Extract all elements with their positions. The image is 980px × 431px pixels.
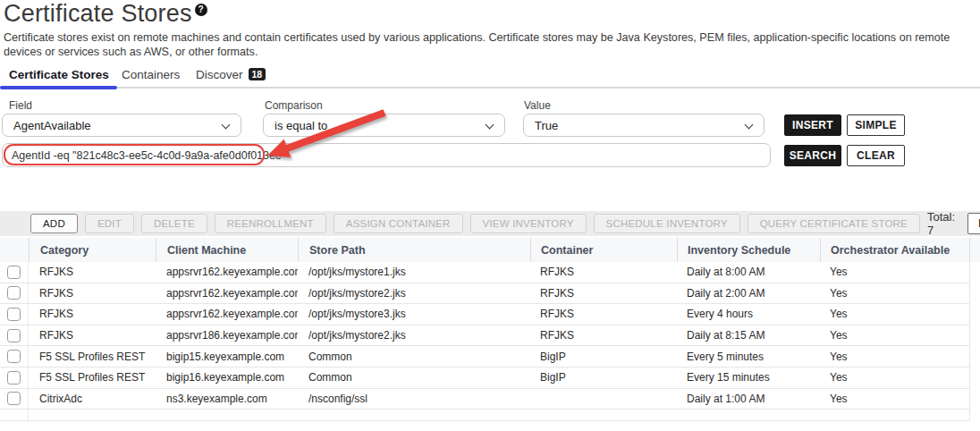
cell-category: CitrixAdc — [29, 393, 156, 405]
comparison-select[interactable]: is equal to — [263, 114, 505, 137]
checkbox-cell — [0, 346, 29, 367]
column-header-orchestrator-available[interactable]: Orchestrator Available — [820, 238, 970, 262]
cell-category: RFJKS — [29, 266, 156, 278]
column-header-inventory-schedule[interactable]: Inventory Schedule — [677, 238, 820, 262]
row-checkbox[interactable] — [7, 371, 21, 385]
checkbox-cell — [0, 410, 29, 420]
table-row[interactable]: RFJKS appsrvr162.keyexample.com /opt/jks… — [0, 283, 970, 305]
checkbox-cell — [0, 304, 29, 325]
table-row[interactable]: RFJKS appsrvr162.keyexample.com /opt/jks… — [0, 304, 970, 325]
cell-container: BigIP — [530, 351, 677, 363]
value-label: Value — [524, 99, 551, 112]
checkbox-cell — [0, 368, 29, 388]
active-tab-indicator — [0, 86, 117, 89]
cell-client-machine: appsrvr162.keyexample.com — [156, 308, 298, 320]
tab-discover[interactable]: Discover18 — [196, 68, 266, 81]
refresh-button[interactable]: REFRESH — [967, 213, 980, 234]
search-button[interactable]: SEARCH — [784, 145, 841, 166]
page-title: Certificate Stores? — [4, 0, 207, 28]
page-title-text: Certificate Stores — [4, 0, 192, 27]
empty-table-row — [0, 410, 970, 421]
cell-inventory-schedule: Daily at 8:00 AM — [677, 266, 820, 278]
column-header-client-machine[interactable]: Client Machine — [156, 238, 298, 262]
schedule-inventory-button[interactable]: SCHEDULE INVENTORY — [594, 214, 740, 233]
add-button[interactable]: ADD — [30, 214, 78, 233]
cell-category: RFJKS — [29, 287, 156, 300]
cell-inventory-schedule: Daily at 1:00 AM — [677, 393, 820, 405]
cell-store-path: /opt/jks/mystore2.jks — [298, 287, 530, 300]
cell-container: RFJKS — [530, 266, 677, 278]
table-body: RFJKS appsrvr162.keyexample.com /opt/jks… — [0, 262, 980, 421]
cell-container: BigIP — [530, 371, 677, 384]
cell-container: RFJKS — [530, 308, 677, 320]
table-row[interactable]: F5 SSL Profiles REST bigip16.keyexample.… — [0, 368, 970, 389]
total-count: Total: 7 — [927, 210, 955, 237]
cell-client-machine: appsrvr162.keyexample.com — [156, 266, 298, 278]
column-header-store-path[interactable]: Store Path — [298, 238, 530, 262]
chevron-down-icon — [745, 121, 754, 130]
column-header-category[interactable]: Category — [29, 238, 156, 262]
comparison-select-value: is equal to — [275, 119, 327, 132]
cell-client-machine: bigip16.keyexample.com — [156, 371, 298, 384]
discover-count-badge: 18 — [249, 68, 266, 80]
delete-button[interactable]: DELETE — [141, 214, 207, 233]
cell-container: RFJKS — [530, 329, 677, 342]
value-select-value: True — [535, 119, 558, 132]
cell-client-machine: appsrvr186.keyexample.com — [156, 329, 298, 342]
field-select[interactable]: AgentAvailable — [2, 114, 241, 137]
cell-orchestrator-available: Yes — [820, 368, 970, 388]
cell-store-path: /opt/jks/mystore2.jks — [298, 329, 530, 342]
view-inventory-button[interactable]: VIEW INVENTORY — [470, 214, 587, 233]
value-select[interactable]: True — [523, 114, 765, 137]
tab-discover-label: Discover — [196, 68, 243, 81]
cell-category: F5 SSL Profiles REST — [29, 371, 156, 384]
empty-cell — [29, 410, 970, 420]
cell-container: RFJKS — [530, 287, 677, 300]
page-description: Certificate stores exist on remote machi… — [4, 30, 964, 60]
cell-client-machine: bigip15.keyexample.com — [156, 351, 298, 363]
checkbox-cell — [0, 262, 29, 283]
query-certificate-store-button[interactable]: QUERY CERTIFICATE STORE — [748, 214, 920, 233]
comparison-label: Comparison — [265, 99, 323, 112]
row-checkbox[interactable] — [7, 350, 21, 363]
table-header: Category Client Machine Store Path Conta… — [0, 238, 980, 262]
edit-button[interactable]: EDIT — [85, 214, 134, 233]
simple-button[interactable]: SIMPLE — [847, 114, 905, 136]
cell-category: F5 SSL Profiles REST — [29, 351, 156, 363]
cell-orchestrator-available: Yes — [820, 389, 970, 410]
row-checkbox[interactable] — [7, 286, 21, 300]
cell-store-path: /opt/jks/mystore1.jks — [298, 266, 530, 278]
help-icon[interactable]: ? — [195, 4, 207, 16]
table-row[interactable]: RFJKS appsrvr162.keyexample.com /opt/jks… — [0, 262, 970, 283]
tab-containers[interactable]: Containers — [122, 68, 180, 81]
cell-orchestrator-available: Yes — [820, 262, 970, 283]
table-row[interactable]: RFJKS appsrvr186.keyexample.com /opt/jks… — [0, 325, 970, 347]
cell-inventory-schedule: Every 15 minutes — [677, 371, 820, 384]
cell-category: RFJKS — [29, 308, 156, 320]
field-label: Field — [9, 99, 32, 112]
row-checkbox[interactable] — [7, 392, 21, 405]
field-select-value: AgentAvailable — [13, 119, 91, 132]
cell-store-path: /opt/jks/mystore3.jks — [298, 308, 530, 320]
cell-orchestrator-available: Yes — [820, 325, 970, 346]
row-checkbox[interactable] — [7, 308, 21, 321]
clear-button[interactable]: CLEAR — [847, 145, 905, 166]
row-checkbox[interactable] — [7, 329, 21, 342]
insert-button[interactable]: INSERT — [784, 114, 841, 136]
table-row[interactable]: CitrixAdc ns3.keyexample.com /nsconfig/s… — [0, 389, 970, 410]
cell-orchestrator-available: Yes — [820, 283, 970, 304]
cell-inventory-schedule: Daily at 8:15 AM — [677, 329, 820, 342]
assign-container-button[interactable]: ASSIGN CONTAINER — [334, 214, 463, 233]
tab-certificate-stores[interactable]: Certificate Stores — [9, 68, 109, 81]
cell-store-path: Common — [298, 371, 530, 384]
row-checkbox[interactable] — [7, 266, 21, 279]
cell-category: RFJKS — [29, 329, 156, 342]
query-input[interactable] — [2, 143, 771, 167]
column-header-container[interactable]: Container — [530, 238, 677, 262]
checkbox-cell — [0, 283, 29, 304]
tab-bar: Certificate Stores Containers Discover18 — [0, 64, 980, 91]
table-row[interactable]: F5 SSL Profiles REST bigip15.keyexample.… — [0, 346, 970, 368]
certificate-stores-page: Certificate Stores? Certificate stores e… — [0, 0, 980, 431]
reenrollment-button[interactable]: REENROLLMENT — [215, 214, 326, 233]
checkbox-cell — [0, 389, 29, 410]
